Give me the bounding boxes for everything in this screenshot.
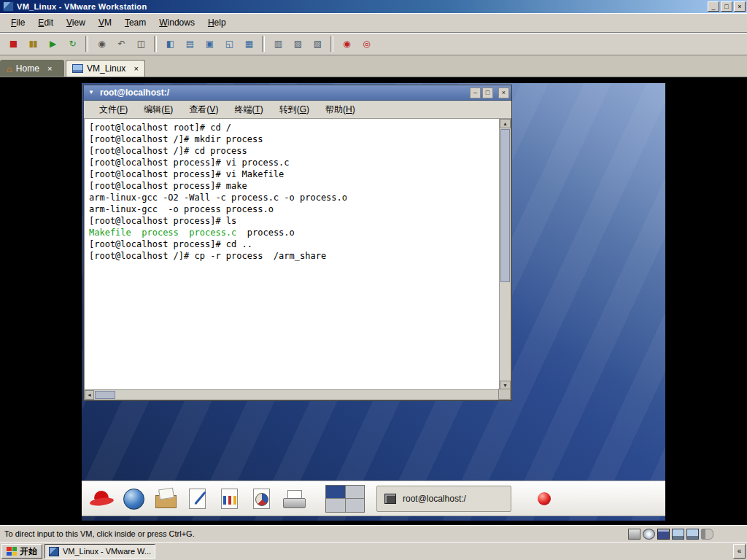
appliance-view-button[interactable]: ▨ xyxy=(288,35,307,52)
email-icon[interactable] xyxy=(152,485,179,513)
tab-home-label: Home xyxy=(16,63,39,74)
impress-icon[interactable] xyxy=(248,485,276,513)
tab-vm-linux[interactable]: VM_Linux × xyxy=(66,60,145,77)
terminal-horizontal-scrollbar[interactable]: ◄ xyxy=(85,389,500,400)
terminal-line: [root@localhost process]# ls xyxy=(89,215,495,227)
power-off-button[interactable]: ■ xyxy=(4,35,23,52)
redhat-menu-icon[interactable] xyxy=(88,485,115,513)
floppy-icon[interactable] xyxy=(657,529,670,540)
terminal-close-button[interactable]: × xyxy=(498,88,509,98)
menu-view[interactable]: View xyxy=(60,15,92,30)
tab-home-close-icon[interactable]: × xyxy=(47,65,52,73)
taskbar-task-button[interactable]: VM_Linux - VMware W... xyxy=(44,544,155,559)
menu-vm[interactable]: VM xyxy=(92,15,118,30)
quick-switch-button[interactable]: ▦ xyxy=(239,35,258,52)
terminal-line: [root@localhost root]# cd / xyxy=(89,122,495,133)
web-browser-icon[interactable] xyxy=(120,485,147,513)
vm-taskbar-panel: root@localhost:/ xyxy=(82,481,665,516)
terminal-menu-bar: 文件(F)编辑(E)查看(V)终端(T)转到(G)帮助(H) xyxy=(84,101,511,119)
snapshot-manager-button[interactable]: ◫ xyxy=(131,35,150,52)
status-message: To direct input to this VM, click inside… xyxy=(4,529,195,538)
workspace-1[interactable] xyxy=(326,486,345,499)
menu-help[interactable]: Help xyxy=(201,15,233,30)
window-minimize-button[interactable]: _ xyxy=(708,1,719,12)
workspace-4[interactable] xyxy=(346,499,365,512)
terminal-line: [root@localhost /]# mkdir process xyxy=(89,133,495,145)
menu-windows[interactable]: Windows xyxy=(152,15,201,30)
terminal-menu-goto[interactable]: 转到(G) xyxy=(271,101,317,118)
panel-launchers xyxy=(88,485,308,513)
harddisk-icon[interactable] xyxy=(628,529,640,540)
sound-icon[interactable] xyxy=(701,529,713,540)
window-close-button[interactable]: × xyxy=(734,1,746,12)
network2-icon[interactable] xyxy=(686,529,699,540)
toolbar: ■▮▮▶↻◉↶◫◧▤▣◱▦▥▨▧◉◎ xyxy=(0,33,747,55)
home-icon: ⌂ xyxy=(7,64,12,74)
terminal-window-menu-chevron-icon[interactable]: ▼ xyxy=(86,88,96,98)
terminal-menu-terminal[interactable]: 终端(T) xyxy=(226,101,271,118)
console-tab-button[interactable]: ▧ xyxy=(308,35,327,52)
vertical-scroll-thumb[interactable] xyxy=(500,129,510,282)
terminal-line: arm-linux-gcc -o process process.o xyxy=(89,203,495,215)
tab-vm-linux-close-icon[interactable]: × xyxy=(133,65,138,73)
windows-logo-icon xyxy=(7,547,17,556)
writer-icon[interactable] xyxy=(184,485,212,513)
summary-view-button[interactable]: ▤ xyxy=(180,35,199,52)
terminal-maximize-button[interactable]: □ xyxy=(482,88,493,98)
terminal-menu-help[interactable]: 帮助(H) xyxy=(317,101,363,118)
summary-tab-button[interactable]: ▥ xyxy=(268,35,287,52)
fullscreen-button[interactable]: ◱ xyxy=(220,35,239,52)
device-status-icons xyxy=(628,529,713,540)
start-button-label: 开始 xyxy=(20,545,37,558)
vm-monitor-icon xyxy=(72,64,83,73)
vmware-workstation-window: VM_Linux - VMware Workstation _ □ × File… xyxy=(0,0,747,560)
workspace-3[interactable] xyxy=(326,499,345,512)
terminal-menu-edit[interactable]: 编辑(E) xyxy=(136,101,181,118)
network-icon[interactable] xyxy=(672,529,684,540)
show-sidebar-button[interactable]: ◧ xyxy=(160,35,179,52)
terminal-menu-view[interactable]: 查看(V) xyxy=(181,101,226,118)
capture-movie-button[interactable]: ◎ xyxy=(357,35,376,52)
window-list-button[interactable]: root@localhost:/ xyxy=(376,486,511,512)
toolbar-separator xyxy=(154,36,157,52)
terminal-titlebar[interactable]: ▼ root@localhost:/ – □ × xyxy=(84,85,511,101)
window-maximize-button[interactable]: □ xyxy=(721,1,732,12)
window-list-button-label: root@localhost:/ xyxy=(403,494,466,504)
scroll-up-icon[interactable]: ▲ xyxy=(500,119,511,128)
menu-team[interactable]: Team xyxy=(118,15,152,30)
tab-home[interactable]: ⌂ Home × xyxy=(0,60,64,77)
console-view-button[interactable]: ▣ xyxy=(200,35,219,52)
terminal-line: [root@localhost process]# vi Makefile xyxy=(89,168,495,180)
taskbar-task-label: VM_Linux - VMware W... xyxy=(63,547,151,556)
terminal-menu-file[interactable]: 文件(F) xyxy=(91,101,136,118)
power-on-button[interactable]: ▶ xyxy=(43,35,62,52)
start-button[interactable]: 开始 xyxy=(1,544,42,559)
window-title: VM_Linux - VMware Workstation xyxy=(17,2,147,11)
printer-icon[interactable] xyxy=(280,485,308,513)
calc-icon[interactable] xyxy=(216,485,244,513)
take-snapshot-button[interactable]: ◉ xyxy=(92,35,111,52)
workspace-2[interactable] xyxy=(346,486,365,499)
menu-file[interactable]: File xyxy=(4,15,31,30)
terminal-line: [root@localhost process]# cd .. xyxy=(89,238,495,250)
terminal-vertical-scrollbar[interactable]: ▲ xyxy=(499,119,511,390)
toolbar-separator xyxy=(85,36,88,52)
terminal-minimize-button[interactable]: – xyxy=(470,88,481,98)
window-titlebar[interactable]: VM_Linux - VMware Workstation _ □ × xyxy=(0,0,747,13)
revert-snapshot-button[interactable]: ↶ xyxy=(112,35,131,52)
cdrom-icon[interactable] xyxy=(643,529,655,540)
taskbar-overflow-button[interactable]: « xyxy=(733,544,746,559)
terminal-content-area[interactable]: [root@localhost root]# cd /[root@localho… xyxy=(84,119,511,400)
redhat-network-alert-icon[interactable] xyxy=(538,492,551,505)
scroll-left-icon[interactable]: ◄ xyxy=(85,390,94,400)
terminal-output: [root@localhost root]# cd /[root@localho… xyxy=(86,120,498,389)
capture-screen-button[interactable]: ◉ xyxy=(337,35,356,52)
horizontal-scroll-thumb[interactable] xyxy=(95,391,115,399)
menu-edit[interactable]: Edit xyxy=(31,15,60,30)
suspend-button[interactable]: ▮▮ xyxy=(23,35,42,52)
terminal-resize-grip[interactable] xyxy=(498,389,511,400)
terminal-line: arm-linux-gcc -O2 -Wall -c process.c -o … xyxy=(89,192,495,203)
vm-display-area[interactable]: ▼ root@localhost:/ – □ × 文件(F)编辑(E)查看(V)… xyxy=(0,77,747,525)
reset-button[interactable]: ↻ xyxy=(63,35,82,52)
vm-desktop[interactable]: ▼ root@localhost:/ – □ × 文件(F)编辑(E)查看(V)… xyxy=(82,83,665,521)
